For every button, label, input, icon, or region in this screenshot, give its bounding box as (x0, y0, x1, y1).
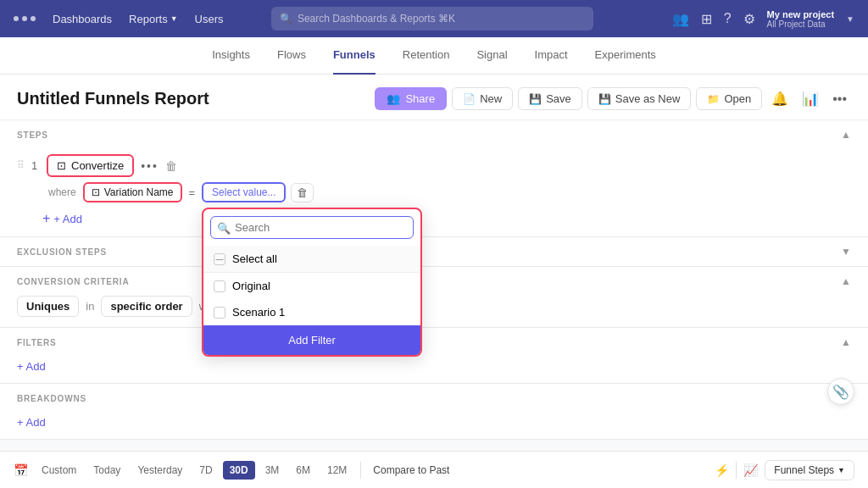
nav-users[interactable]: Users (195, 13, 224, 25)
help-icon[interactable]: ? (724, 11, 732, 26)
7d-btn[interactable]: 7D (192, 461, 219, 480)
project-chevron[interactable]: ▼ (846, 14, 854, 24)
drag-handle[interactable]: ⠿ (17, 159, 25, 171)
share-label: Share (405, 92, 435, 105)
clip-icon[interactable]: 📎 (827, 378, 854, 405)
scenario1-label: Scenario 1 (232, 306, 285, 319)
uniques-tag[interactable]: Uniques (17, 296, 79, 317)
3m-btn[interactable]: 3M (259, 461, 287, 480)
main-content: STEPS ▲ ⠿ 1 ⊡ Convertize ••• 🗑 (0, 120, 868, 452)
tab-funnels[interactable]: Funnels (333, 37, 376, 75)
project-sub: All Project Data (767, 19, 834, 29)
6m-btn[interactable]: 6M (289, 461, 317, 480)
save-as-label: Save as New (615, 92, 681, 105)
in-label: in (86, 300, 94, 313)
dropdown-area: Select value... 🗑 🔍 (202, 182, 314, 202)
event-name: Convertize (71, 159, 124, 172)
share-button[interactable]: 👥 Share (375, 87, 447, 110)
filter-icon[interactable]: ⚡ (715, 463, 729, 477)
settings-icon[interactable]: ⚙ (743, 11, 755, 27)
add-filter-button[interactable]: Add Filter (203, 325, 420, 355)
steps-chevron-up: ▲ (841, 129, 851, 141)
add-step-btn[interactable]: + + Add (42, 211, 82, 226)
open-icon: 📁 (707, 93, 720, 105)
filters-label: FILTERS (17, 338, 57, 347)
search-input-container: 🔍 (210, 216, 414, 239)
select-all-label: Select all (232, 252, 277, 265)
save-label: Save (546, 92, 571, 105)
tab-signal[interactable]: Signal (476, 37, 507, 75)
chart-button[interactable]: 📊 (798, 86, 823, 111)
conversion-header[interactable]: CONVERSION CRITERIA ▲ (0, 267, 868, 292)
page-title: Untitled Funnels Report (17, 89, 209, 108)
exclusion-section: EXCLUSION STEPS ▼ (0, 237, 868, 267)
conversion-chevron: ▲ (841, 275, 851, 287)
custom-btn[interactable]: Custom (35, 461, 83, 480)
exclusion-chevron: ▼ (841, 246, 851, 258)
add-breakdown-btn[interactable]: + Add (17, 416, 46, 429)
step-number: 1 (31, 159, 40, 172)
tab-flows[interactable]: Flows (277, 37, 306, 75)
conversion-section: CONVERSION CRITERIA ▲ Uniques in specifi… (0, 267, 868, 328)
yesterday-btn[interactable]: Yesterday (131, 461, 189, 480)
step-content: ⊡ Convertize ••• 🗑 where ⊡ Variation Nam… (47, 154, 314, 202)
event-tag[interactable]: ⊡ Convertize (47, 154, 134, 177)
project-info[interactable]: My new project All Project Data (767, 9, 834, 29)
project-name: My new project (767, 9, 834, 19)
step-delete-btn[interactable]: 🗑 (165, 159, 177, 173)
original-checkbox (214, 280, 225, 292)
original-label: Original (232, 280, 270, 292)
save-button[interactable]: 💾 Save (518, 87, 582, 110)
dropdown-search-wrap: 🔍 (203, 209, 420, 246)
filter-delete-btn[interactable]: 🗑 (291, 183, 314, 202)
bell-button[interactable]: 🔔 (767, 86, 793, 111)
today-btn[interactable]: Today (86, 461, 127, 480)
step-main: ⊡ Convertize ••• 🗑 (47, 154, 314, 177)
select-all-item[interactable]: — Select all (203, 246, 420, 273)
steps-label: STEPS (17, 130, 48, 140)
order-tag[interactable]: specific order (101, 296, 192, 317)
new-button[interactable]: 📄 New (452, 87, 513, 110)
filters-section: FILTERS ▲ + Add (0, 328, 868, 384)
tab-experiments[interactable]: Experiments (595, 37, 656, 75)
search-bar[interactable]: 🔍 Search Dashboards & Reports ⌘K (271, 7, 593, 30)
conversion-label: CONVERSION CRITERIA (17, 277, 129, 286)
property-tag[interactable]: ⊡ Variation Name (83, 182, 182, 202)
add-filter-btn[interactable]: + Add (17, 360, 46, 373)
tab-retention[interactable]: Retention (403, 37, 450, 75)
breakdowns-body: + Add (0, 413, 868, 439)
dropdown-item-original[interactable]: Original (203, 273, 420, 299)
scenario1-checkbox (214, 307, 225, 319)
conversion-body: Uniques in specific order who converted … (0, 292, 868, 327)
save-icon: 💾 (529, 93, 542, 105)
nav-dashboards[interactable]: Dashboards (53, 13, 112, 25)
nav-reports[interactable]: Reports ▼ (129, 13, 177, 25)
tab-impact[interactable]: Impact (535, 37, 568, 75)
filters-header[interactable]: FILTERS ▲ (0, 328, 868, 357)
breakdowns-section: BREAKDOWNS ▲ + Add (0, 384, 868, 440)
exclusion-header[interactable]: EXCLUSION STEPS ▼ (0, 237, 868, 266)
select-value-btn[interactable]: Select value... (202, 182, 286, 202)
dropdown-search-input[interactable] (210, 216, 414, 239)
dropdown-item-scenario1[interactable]: Scenario 1 (203, 299, 420, 325)
calendar-icon: 📅 (14, 463, 28, 477)
30d-btn[interactable]: 30D (223, 461, 255, 480)
grid-icon[interactable]: ⊞ (701, 11, 712, 27)
save-as-button[interactable]: 💾 Save as New (587, 87, 692, 110)
app-dots (14, 16, 36, 21)
tab-insights[interactable]: Insights (212, 37, 250, 75)
steps-section: STEPS ▲ ⠿ 1 ⊡ Convertize ••• 🗑 (0, 120, 868, 237)
steps-header[interactable]: STEPS ▲ (0, 120, 868, 149)
more-button[interactable]: ••• (828, 87, 851, 111)
open-button[interactable]: 📁 Open (696, 87, 762, 110)
breakdowns-header[interactable]: BREAKDOWNS ▲ (0, 384, 868, 413)
funnel-steps-btn[interactable]: Funnel Steps ▼ (765, 460, 854, 480)
page-header: Untitled Funnels Report 👥 Share 📄 New 💾 … (0, 75, 868, 120)
step-more-btn[interactable]: ••• (141, 159, 159, 173)
people-icon[interactable]: 👥 (672, 11, 689, 27)
12m-btn[interactable]: 12M (320, 461, 353, 480)
filters-chevron: ▲ (841, 336, 851, 348)
chart-area-icon: 📈 (743, 463, 758, 477)
compare-to-past-btn[interactable]: Compare to Past (368, 461, 454, 480)
exclusion-label: EXCLUSION STEPS (17, 247, 107, 257)
